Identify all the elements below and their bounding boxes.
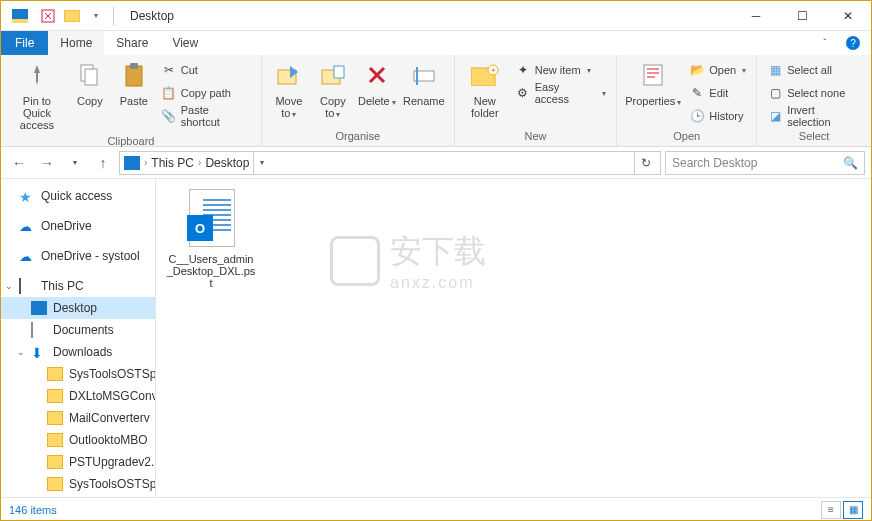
copy-to-button[interactable]: Copy to▾	[312, 57, 354, 122]
back-button[interactable]: ←	[7, 151, 31, 175]
icons-view-button[interactable]: ▦	[843, 501, 863, 519]
svg-rect-7	[130, 63, 138, 69]
nav-onedrive-systool[interactable]: ☁OneDrive - systool	[1, 245, 155, 267]
up-button[interactable]: ↑	[91, 151, 115, 175]
navigation-pane: ★Quick access ☁OneDrive ☁OneDrive - syst…	[1, 179, 156, 497]
cloud-icon: ☁	[19, 219, 35, 233]
paste-button[interactable]: Paste	[113, 57, 155, 109]
details-view-button[interactable]: ≡	[821, 501, 841, 519]
minimize-button[interactable]: ─	[733, 1, 779, 31]
paste-shortcut-button[interactable]: 📎Paste shortcut	[157, 105, 255, 127]
new-item-button[interactable]: ✦New item▾	[511, 59, 611, 81]
select-all-icon: ▦	[767, 62, 783, 78]
nav-downloads[interactable]: ⌄⬇Downloads	[1, 341, 155, 363]
search-icon: 🔍	[843, 156, 858, 170]
nav-dl-item[interactable]: PSTUpgradev2.	[1, 451, 155, 473]
nav-desktop[interactable]: Desktop	[1, 297, 155, 319]
invert-selection-button[interactable]: ◪Invert selection	[763, 105, 865, 127]
qat-folder-icon[interactable]	[61, 5, 83, 27]
close-button[interactable]: ✕	[825, 1, 871, 31]
forward-button[interactable]: →	[35, 151, 59, 175]
help-button[interactable]: ?	[841, 31, 865, 55]
open-group-label: Open	[623, 128, 750, 144]
nav-this-pc[interactable]: ⌄This PC	[1, 275, 155, 297]
pin-label: Pin to Quick access	[9, 95, 65, 131]
folder-icon	[47, 455, 63, 469]
select-group-label: Select	[763, 128, 865, 144]
pin-to-quick-access-button[interactable]: Pin to Quick access	[7, 57, 67, 133]
maximize-button[interactable]: ☐	[779, 1, 825, 31]
history-button[interactable]: 🕒History	[685, 105, 750, 127]
qat-dropdown[interactable]: ▾	[85, 5, 107, 27]
open-button[interactable]: 📂Open▾	[685, 59, 750, 81]
copy-to-label: Copy to▾	[314, 95, 352, 120]
content-pane[interactable]: O C__Users_admin_Desktop_DXL.pst	[156, 179, 871, 497]
nav-dl-item[interactable]: SysToolsOSTSp	[1, 363, 155, 385]
open-icon: 📂	[689, 62, 705, 78]
breadcrumb-desktop[interactable]: Desktop	[205, 156, 249, 170]
ribbon-expand-button[interactable]: ˇ	[813, 31, 837, 55]
move-to-icon	[273, 59, 305, 91]
select-none-icon: ▢	[767, 85, 783, 101]
svg-rect-10	[334, 66, 344, 78]
nav-dl-item[interactable]: SysToolsOSTSp⌄	[1, 473, 155, 495]
move-to-button[interactable]: Move to▾	[268, 57, 310, 122]
svg-rect-16	[644, 65, 662, 85]
nav-dl-item[interactable]: DXLtoMSGConv	[1, 385, 155, 407]
delete-icon	[361, 59, 393, 91]
new-folder-button[interactable]: ✦ New folder	[461, 57, 509, 121]
delete-button[interactable]: Delete▾	[356, 57, 398, 110]
edit-button[interactable]: ✎Edit	[685, 82, 750, 104]
chevron-right-icon[interactable]: ›	[198, 157, 201, 168]
copy-path-button[interactable]: 📋Copy path	[157, 82, 255, 104]
search-input[interactable]: Search Desktop 🔍	[665, 151, 865, 175]
expand-icon[interactable]: ⌄	[5, 281, 13, 291]
move-to-label: Move to▾	[270, 95, 308, 120]
select-all-button[interactable]: ▦Select all	[763, 59, 865, 81]
nav-documents[interactable]: Documents	[1, 319, 155, 341]
properties-button[interactable]: Properties▾	[623, 57, 683, 110]
nav-quick-access[interactable]: ★Quick access	[1, 185, 155, 207]
pc-icon	[19, 279, 35, 293]
tab-view[interactable]: View	[160, 31, 210, 55]
new-folder-icon: ✦	[469, 59, 501, 91]
new-folder-label: New folder	[463, 95, 507, 119]
nav-dl-item[interactable]: OutlooktoMBO	[1, 429, 155, 451]
invert-selection-icon: ◪	[767, 108, 783, 124]
cut-button[interactable]: ✂Cut	[157, 59, 255, 81]
rename-button[interactable]: Rename	[400, 57, 448, 109]
folder-icon	[47, 411, 63, 425]
paste-shortcut-icon: 📎	[161, 108, 177, 124]
easy-access-icon: ⚙	[515, 85, 531, 101]
qat-properties-icon[interactable]	[37, 5, 59, 27]
svg-rect-12	[416, 67, 418, 85]
window-controls: ─ ☐ ✕	[733, 1, 871, 31]
status-bar: 146 items ≡ ▦	[1, 497, 871, 521]
item-count: 146 items	[9, 504, 57, 516]
easy-access-button[interactable]: ⚙Easy access▾	[511, 82, 611, 104]
copy-label: Copy	[77, 95, 103, 107]
breadcrumb-dropdown[interactable]: ▾	[253, 152, 269, 174]
chevron-right-icon[interactable]: ›	[144, 157, 147, 168]
downloads-icon: ⬇	[31, 345, 47, 359]
breadcrumb[interactable]: › This PC › Desktop ▾ ↻	[119, 151, 661, 175]
ribbon-tabs: File Home Share View ˇ ?	[1, 31, 871, 55]
expand-icon[interactable]: ⌄	[17, 347, 25, 357]
svg-rect-0	[12, 9, 28, 19]
refresh-button[interactable]: ↻	[634, 152, 656, 174]
copy-button[interactable]: Copy	[69, 57, 111, 109]
rename-label: Rename	[403, 95, 445, 107]
select-none-button[interactable]: ▢Select none	[763, 82, 865, 104]
cloud-icon: ☁	[19, 249, 35, 263]
quick-access-toolbar: ▾	[1, 5, 122, 27]
breadcrumb-this-pc[interactable]: This PC	[151, 156, 194, 170]
file-item[interactable]: O C__Users_admin_Desktop_DXL.pst	[166, 189, 256, 289]
recent-dropdown[interactable]: ▾	[63, 151, 87, 175]
separator	[113, 7, 114, 25]
tab-share[interactable]: Share	[104, 31, 160, 55]
tab-home[interactable]: Home	[48, 31, 104, 55]
svg-rect-5	[85, 69, 97, 85]
nav-dl-item[interactable]: MailConverterv	[1, 407, 155, 429]
tab-file[interactable]: File	[1, 31, 48, 55]
nav-onedrive[interactable]: ☁OneDrive	[1, 215, 155, 237]
